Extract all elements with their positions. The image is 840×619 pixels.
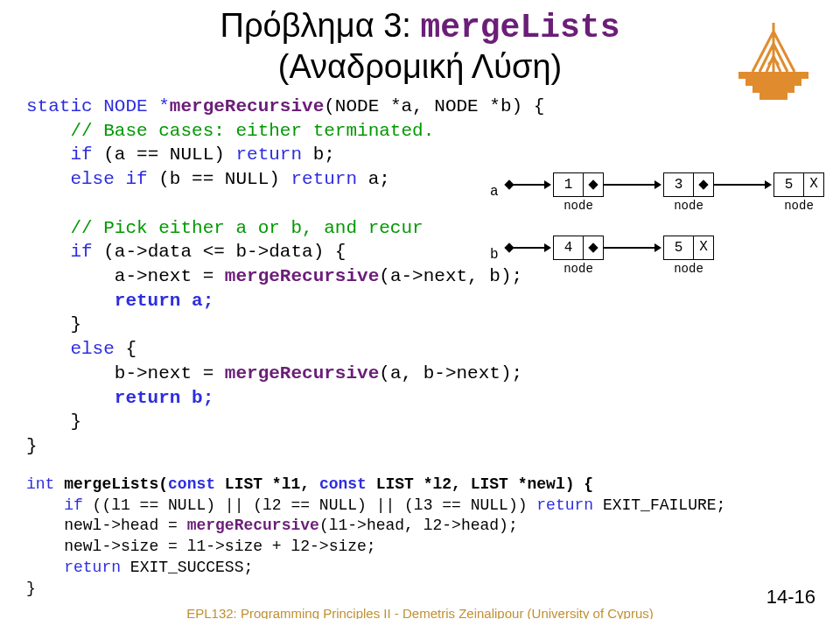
list-b-row: b 4 node 5 X node [490, 236, 822, 299]
svg-rect-2 [752, 86, 794, 93]
footer-text: EPL132: Programming Principles II - Deme… [0, 606, 840, 619]
svg-rect-3 [760, 93, 788, 100]
pointer-b-label: b [490, 247, 499, 263]
university-logo-icon [738, 23, 808, 103]
node-b-1: 5 X [663, 236, 714, 260]
code-block-wrapper: int mergeLists(const LIST *l1, const LIS… [26, 475, 814, 600]
node-a-1: 3 [663, 172, 714, 197]
slide-title-line2: (Αναδρομική Λύση) [26, 48, 814, 86]
page-number: 14-16 [766, 586, 816, 608]
node-a-0: 1 [553, 172, 604, 197]
node-b-0: 4 [553, 236, 604, 260]
slide-title-line1: Πρόβλημα 3: mergeLists [26, 7, 814, 46]
node-a-2: 5 X [774, 172, 824, 197]
linked-list-diagram: a 1 node 3 node 5 X node [490, 172, 822, 299]
list-a-row: a 1 node 3 node 5 X node [490, 172, 822, 236]
svg-rect-0 [738, 72, 808, 79]
svg-rect-1 [746, 79, 802, 86]
pointer-a-label: a [490, 184, 499, 200]
